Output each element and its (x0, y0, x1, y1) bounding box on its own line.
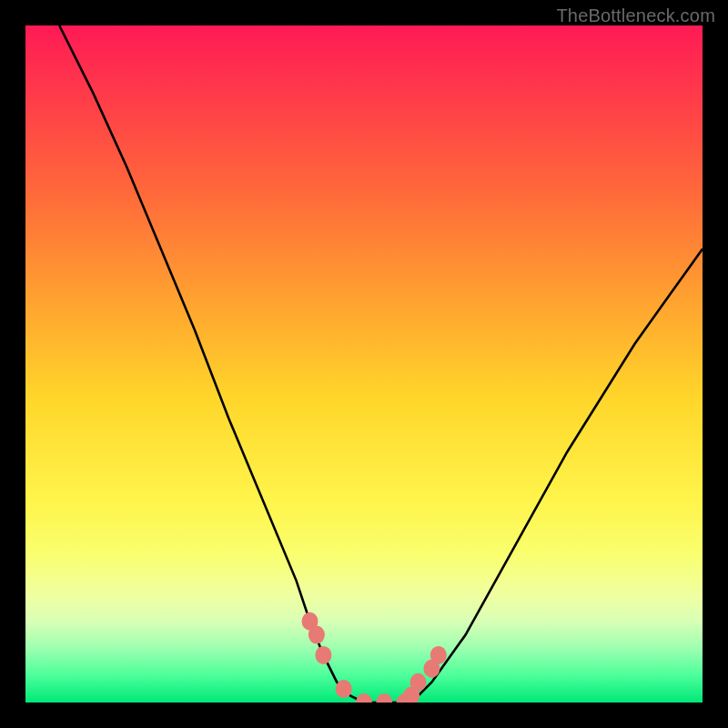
marker-point (376, 693, 392, 703)
watermark-text: TheBottleneck.com (556, 5, 715, 26)
marker-point (356, 693, 372, 703)
marker-point (308, 626, 325, 644)
marker-point (430, 646, 447, 664)
chart-svg (25, 25, 703, 703)
chart-frame: TheBottleneck.com (0, 0, 728, 728)
bottleneck-curve (59, 25, 703, 703)
marker-point (315, 646, 331, 664)
curve-layer (59, 25, 703, 703)
marker-point (336, 680, 352, 698)
plot-area (25, 25, 703, 703)
marker-point (410, 673, 427, 692)
